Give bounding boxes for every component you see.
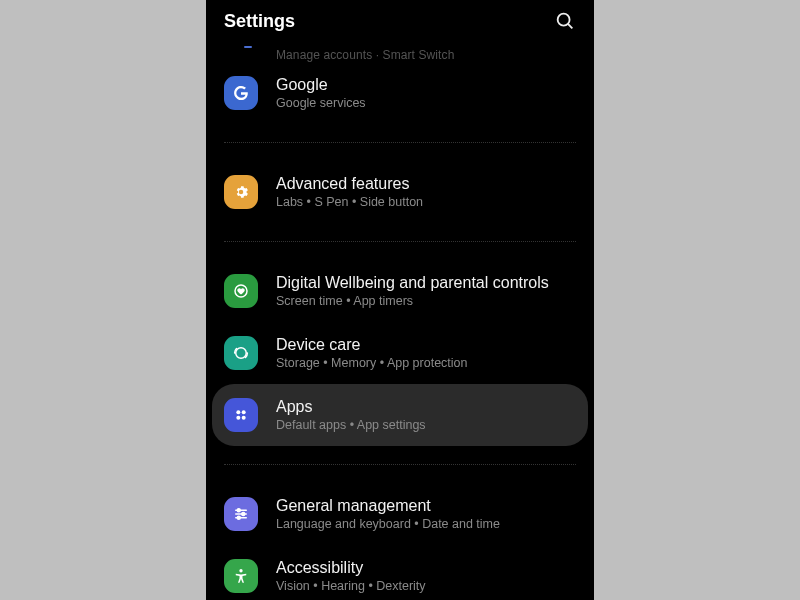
settings-item-sub: Screen time • App timers bbox=[276, 294, 576, 308]
apps-icon bbox=[224, 398, 258, 432]
svg-point-5 bbox=[242, 410, 246, 414]
settings-item-sub: Language and keyboard • Date and time bbox=[276, 517, 576, 531]
settings-item-accessibility[interactable]: Accessibility Vision • Hearing • Dexteri… bbox=[206, 545, 594, 600]
settings-item-text: Accessibility Vision • Hearing • Dexteri… bbox=[276, 559, 576, 593]
settings-item-sub: Vision • Hearing • Dexterity bbox=[276, 579, 576, 593]
google-icon bbox=[224, 76, 258, 110]
settings-item-general[interactable]: General management Language and keyboard… bbox=[206, 483, 594, 545]
divider bbox=[224, 142, 576, 143]
svg-point-12 bbox=[242, 513, 245, 516]
svg-point-13 bbox=[237, 516, 240, 519]
spacer bbox=[206, 446, 594, 464]
settings-item-device-care[interactable]: Device care Storage • Memory • App prote… bbox=[206, 322, 594, 384]
settings-item-title: Google bbox=[276, 76, 576, 94]
advanced-icon bbox=[224, 175, 258, 209]
svg-point-11 bbox=[237, 509, 240, 512]
divider bbox=[224, 241, 576, 242]
settings-item-title: General management bbox=[276, 497, 576, 515]
svg-point-3 bbox=[236, 348, 247, 359]
settings-item-text: Digital Wellbeing and parental controls … bbox=[276, 274, 576, 308]
settings-item-sub: Google services bbox=[276, 96, 576, 110]
settings-item-accounts-partial[interactable]: Manage accounts · Smart Switch bbox=[206, 42, 594, 62]
svg-point-0 bbox=[558, 14, 570, 26]
svg-point-4 bbox=[236, 410, 240, 414]
settings-item-title: Accessibility bbox=[276, 559, 576, 577]
settings-item-title: Advanced features bbox=[276, 175, 576, 193]
header: Settings bbox=[206, 0, 594, 42]
settings-screen: Settings Manage accounts · Smart Switch … bbox=[206, 0, 594, 600]
accounts-icon bbox=[244, 46, 252, 48]
settings-item-wellbeing[interactable]: Digital Wellbeing and parental controls … bbox=[206, 260, 594, 322]
divider bbox=[224, 464, 576, 465]
search-icon[interactable] bbox=[554, 10, 576, 32]
settings-list: Manage accounts · Smart Switch Google Go… bbox=[206, 42, 594, 600]
general-icon bbox=[224, 497, 258, 531]
settings-item-text: General management Language and keyboard… bbox=[276, 497, 576, 531]
svg-point-6 bbox=[236, 416, 240, 420]
settings-item-title: Digital Wellbeing and parental controls bbox=[276, 274, 576, 292]
settings-item-apps[interactable]: Apps Default apps • App settings bbox=[212, 384, 588, 446]
svg-line-1 bbox=[568, 24, 572, 28]
settings-item-text: Google Google services bbox=[276, 76, 576, 110]
settings-item-google[interactable]: Google Google services bbox=[206, 62, 594, 124]
svg-point-14 bbox=[239, 569, 242, 572]
settings-item-text: Device care Storage • Memory • App prote… bbox=[276, 336, 576, 370]
settings-item-sub: Manage accounts · Smart Switch bbox=[276, 48, 576, 62]
settings-item-advanced[interactable]: Advanced features Labs • S Pen • Side bu… bbox=[206, 161, 594, 223]
wellbeing-icon bbox=[224, 274, 258, 308]
settings-item-sub: Storage • Memory • App protection bbox=[276, 356, 576, 370]
device-care-icon bbox=[224, 336, 258, 370]
settings-item-title: Apps bbox=[276, 398, 576, 416]
accessibility-icon bbox=[224, 559, 258, 593]
settings-item-title: Device care bbox=[276, 336, 576, 354]
svg-point-7 bbox=[242, 416, 246, 420]
settings-item-text: Advanced features Labs • S Pen • Side bu… bbox=[276, 175, 576, 209]
settings-item-sub: Labs • S Pen • Side button bbox=[276, 195, 576, 209]
page-title: Settings bbox=[224, 11, 295, 32]
settings-item-sub: Default apps • App settings bbox=[276, 418, 576, 432]
settings-item-text: Apps Default apps • App settings bbox=[276, 398, 576, 432]
